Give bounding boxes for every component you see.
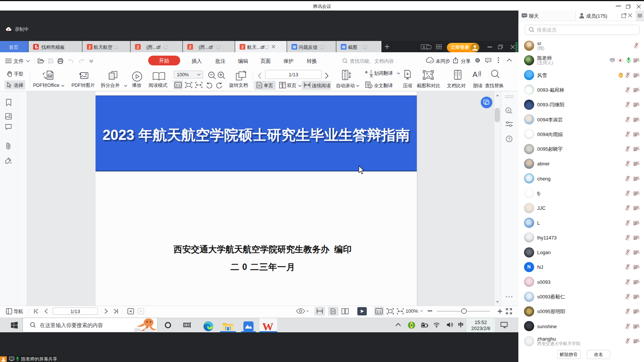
svg-text:A: A [507,109,509,112]
svg-text:W: W [293,45,296,49]
svg-text:?: ? [508,137,510,141]
svg-text:2: 2 [241,45,243,49]
svg-text:a: a [365,70,368,74]
svg-text:W: W [49,74,52,78]
svg-text:A: A [472,70,478,79]
svg-text:2: 2 [189,45,191,49]
svg-text:6: 6 [423,45,425,49]
svg-text:2: 2 [137,45,139,49]
svg-text:文: 文 [369,85,372,88]
svg-text:1:1: 1:1 [377,310,381,314]
svg-text:1:1: 1:1 [176,83,181,87]
svg-text:W: W [342,45,346,49]
svg-text:2: 2 [88,45,91,49]
